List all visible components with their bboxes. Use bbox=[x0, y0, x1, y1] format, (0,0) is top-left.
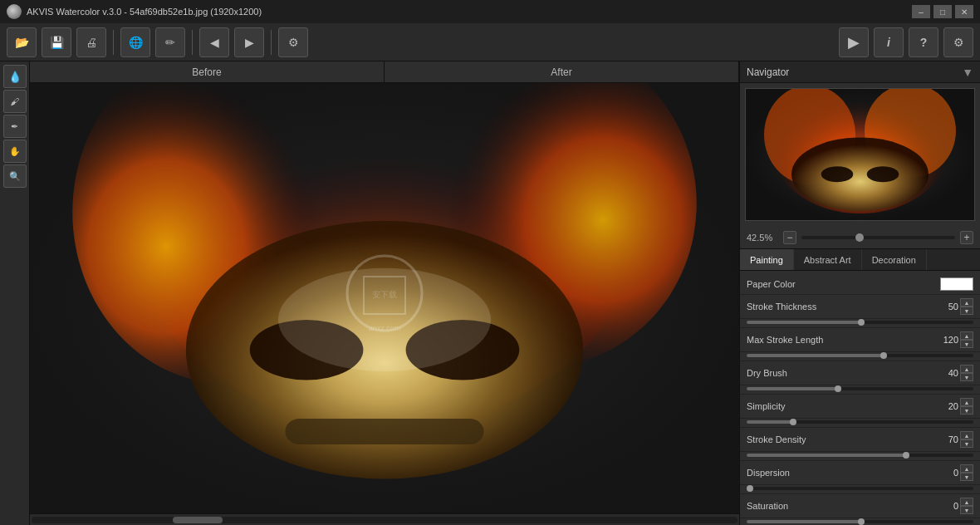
stroke-thickness-slider[interactable] bbox=[747, 321, 973, 324]
max-stroke-length-spin-up[interactable]: ▲ bbox=[960, 331, 973, 340]
erase-btn[interactable]: ✏ bbox=[155, 27, 185, 57]
saturation-slider[interactable] bbox=[747, 520, 973, 523]
close-button[interactable]: ✕ bbox=[955, 5, 973, 18]
web-icon: 🌐 bbox=[129, 36, 143, 49]
dispersion-spin-up[interactable]: ▲ bbox=[960, 464, 973, 473]
prefs-gear-icon: ⚙ bbox=[953, 36, 964, 49]
dispersion-slider[interactable] bbox=[747, 487, 973, 490]
redo-btn[interactable]: ▶ bbox=[234, 27, 264, 57]
toolbar-separator-3 bbox=[271, 30, 272, 55]
stroke-density-slider-thumb[interactable] bbox=[903, 452, 909, 459]
right-panel: Navigator ▼ bbox=[739, 61, 980, 525]
web-btn[interactable]: 🌐 bbox=[120, 27, 150, 57]
dry-brush-slider-row bbox=[740, 385, 980, 395]
main-area: 💧 🖌 ✒ ✋ 🔍 Before After bbox=[0, 61, 980, 525]
left-toolbar: 💧 🖌 ✒ ✋ 🔍 bbox=[0, 61, 30, 525]
saturation-spinner[interactable]: ▲ ▼ bbox=[960, 498, 973, 514]
saturation-slider-thumb[interactable] bbox=[858, 518, 865, 525]
dispersion-spin-down[interactable]: ▼ bbox=[960, 473, 973, 481]
stroke-density-spin-down[interactable]: ▼ bbox=[960, 439, 973, 448]
dry-brush-slider-fill bbox=[747, 387, 837, 390]
stroke-density-slider[interactable] bbox=[747, 454, 973, 457]
dispersion-spinner[interactable]: ▲ ▼ bbox=[960, 464, 973, 481]
info-btn[interactable]: i bbox=[874, 27, 904, 57]
max-stroke-length-spin-down[interactable]: ▼ bbox=[960, 340, 973, 348]
decoration-tab[interactable]: Decoration bbox=[862, 249, 927, 270]
stroke-thickness-slider-fill bbox=[747, 321, 860, 324]
saturation-slider-row bbox=[740, 518, 980, 525]
stroke-density-spinner[interactable]: ▲ ▼ bbox=[960, 431, 973, 448]
erase-icon: ✏ bbox=[165, 36, 175, 49]
painting-tab[interactable]: Painting bbox=[740, 249, 794, 270]
saturation-value: 0 bbox=[929, 501, 958, 511]
scroll-thumb[interactable] bbox=[173, 517, 223, 523]
help-btn[interactable]: ? bbox=[909, 27, 938, 57]
paper-color-swatch[interactable] bbox=[940, 277, 973, 291]
dry-brush-slider-thumb[interactable] bbox=[835, 385, 841, 392]
play-btn[interactable]: ▶ bbox=[839, 27, 869, 57]
print-btn[interactable]: 🖨 bbox=[76, 27, 106, 57]
max-stroke-length-spinner[interactable]: ▲ ▼ bbox=[960, 331, 973, 348]
saturation-spin-down[interactable]: ▼ bbox=[960, 506, 973, 514]
canvas-image: anxz.com 安下载 bbox=[30, 83, 739, 513]
max-stroke-length-slider-thumb[interactable] bbox=[880, 352, 887, 359]
before-tab[interactable]: Before bbox=[30, 61, 385, 82]
stroke-density-spin-up[interactable]: ▲ bbox=[960, 431, 973, 439]
dry-brush-spin-down[interactable]: ▼ bbox=[960, 373, 973, 381]
simplicity-label: Simplicity bbox=[747, 401, 929, 411]
open-file-btn[interactable]: 📂 bbox=[7, 27, 37, 57]
navigator-collapse-icon[interactable]: ▼ bbox=[962, 66, 973, 79]
prefs-btn[interactable]: ⚙ bbox=[943, 27, 973, 57]
stroke-thickness-spinner[interactable]: ▲ ▼ bbox=[960, 298, 973, 315]
eyedropper-tool[interactable]: ✒ bbox=[3, 115, 27, 138]
svg-rect-8 bbox=[285, 419, 483, 444]
simplicity-spin-down[interactable]: ▼ bbox=[960, 406, 973, 415]
horizontal-scrollbar[interactable] bbox=[30, 513, 739, 525]
settings-btn[interactable]: ⚙ bbox=[278, 27, 308, 57]
undo-btn[interactable]: ◀ bbox=[199, 27, 229, 57]
abstract-art-tab[interactable]: Abstract Art bbox=[794, 249, 862, 270]
brush-tool[interactable]: 🖌 bbox=[3, 90, 27, 113]
dry-brush-spin-up[interactable]: ▲ bbox=[960, 365, 973, 373]
simplicity-slider-thumb[interactable] bbox=[790, 419, 796, 425]
after-tab[interactable]: After bbox=[385, 61, 739, 82]
zoom-slider[interactable] bbox=[801, 236, 955, 239]
pan-icon: ✋ bbox=[9, 146, 21, 157]
dropper-tool[interactable]: 💧 bbox=[3, 65, 27, 88]
settings-gear-icon: ⚙ bbox=[288, 36, 299, 49]
maximize-button[interactable]: □ bbox=[933, 5, 952, 18]
zoom-percentage: 42.5% bbox=[747, 233, 778, 243]
max-stroke-length-label: Max Stroke Length bbox=[747, 335, 929, 345]
max-stroke-length-slider[interactable] bbox=[747, 354, 973, 357]
dry-brush-label: Dry Brush bbox=[747, 368, 929, 378]
toolbar-separator-2 bbox=[192, 30, 193, 55]
dispersion-label: Dispersion bbox=[747, 468, 929, 478]
simplicity-spinner[interactable]: ▲ ▼ bbox=[960, 398, 973, 415]
zoom-bar: 42.5% − + bbox=[740, 226, 980, 249]
dry-brush-spinner[interactable]: ▲ ▼ bbox=[960, 365, 973, 381]
dispersion-slider-thumb[interactable] bbox=[747, 485, 753, 492]
save-btn[interactable]: 💾 bbox=[42, 27, 71, 57]
play-icon: ▶ bbox=[848, 33, 860, 52]
stroke-thickness-slider-thumb[interactable] bbox=[858, 319, 865, 326]
dry-brush-slider[interactable] bbox=[747, 387, 973, 390]
stroke-thickness-spin-down[interactable]: ▼ bbox=[960, 307, 973, 315]
canvas-wrapper[interactable]: anxz.com 安下载 bbox=[30, 83, 739, 513]
zoom-in-btn[interactable]: + bbox=[960, 231, 973, 244]
zoom-slider-thumb[interactable] bbox=[855, 233, 864, 242]
simplicity-spin-up[interactable]: ▲ bbox=[960, 398, 973, 406]
stroke-thickness-label: Stroke Thickness bbox=[747, 302, 929, 312]
saturation-spin-up[interactable]: ▲ bbox=[960, 498, 973, 506]
paper-color-label: Paper Color bbox=[747, 279, 940, 289]
zoom-tool[interactable]: 🔍 bbox=[3, 164, 27, 188]
svg-point-9 bbox=[278, 268, 491, 371]
pan-tool[interactable]: ✋ bbox=[3, 140, 27, 163]
scroll-track[interactable] bbox=[32, 517, 737, 523]
dispersion-row: Dispersion 0 ▲ ▼ bbox=[740, 461, 980, 485]
stroke-thickness-spin-up[interactable]: ▲ bbox=[960, 298, 973, 307]
zoom-out-btn[interactable]: − bbox=[783, 231, 796, 244]
minimize-button[interactable]: – bbox=[912, 5, 930, 18]
stroke-density-slider-fill bbox=[747, 454, 905, 457]
max-stroke-length-slider-row bbox=[740, 352, 980, 361]
simplicity-slider[interactable] bbox=[747, 420, 973, 424]
